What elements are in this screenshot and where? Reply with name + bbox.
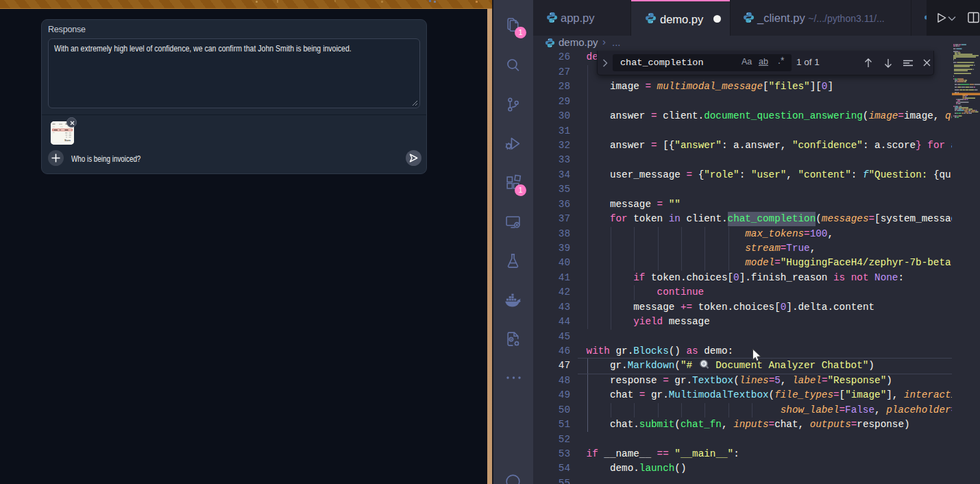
svg-text:Sum: Sum	[64, 138, 71, 142]
